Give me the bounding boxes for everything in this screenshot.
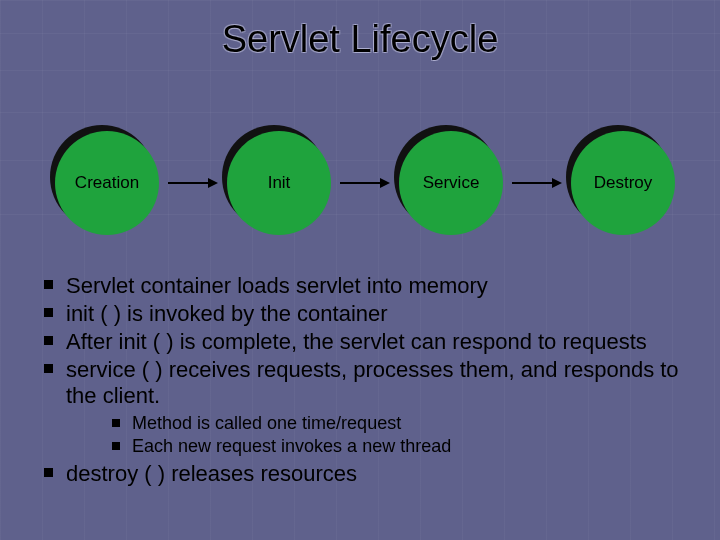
bullet-text: destroy ( ) releases resources [66,461,357,486]
bullet-item: After init ( ) is complete, the servlet … [40,329,680,355]
bullet-square-icon [44,468,53,477]
arrow-icon [512,182,562,184]
slide-title: Servlet Lifecycle [0,18,720,61]
bullet-text: Each new request invokes a new thread [132,436,451,456]
bullet-square-icon [112,442,120,450]
bullet-item: init ( ) is invoked by the container [40,301,680,327]
node-circle: Service [399,131,503,235]
bullet-item: Servlet container loads servlet into mem… [40,273,680,299]
bullet-square-icon [44,280,53,289]
stage-label: Init [268,173,291,193]
stage-node-destroy: Destroy [571,131,675,235]
bullet-square-icon [44,364,53,373]
stage-node-creation: Creation [55,131,159,235]
arrow-icon [340,182,390,184]
bullet-text: init ( ) is invoked by the container [66,301,388,326]
lifecycle-stages: Creation Init Service Dest [55,128,675,238]
sub-bullet-item: Each new request invokes a new thread [110,436,680,457]
bullet-list: Servlet container loads servlet into mem… [40,273,680,489]
stage-node-service: Service [399,131,503,235]
bullet-square-icon [44,336,53,345]
bullet-text: After init ( ) is complete, the servlet … [66,329,647,354]
bullet-item: destroy ( ) releases resources [40,461,680,487]
bullet-item: service ( ) receives requests, processes… [40,357,680,457]
node-circle: Creation [55,131,159,235]
bullet-text: Servlet container loads servlet into mem… [66,273,488,298]
node-circle: Destroy [571,131,675,235]
bullet-square-icon [112,419,120,427]
slide: Servlet Lifecycle Creation Init Service [0,0,720,540]
bullet-square-icon [44,308,53,317]
stage-label: Destroy [594,173,653,193]
stage-label: Service [423,173,480,193]
bullet-text: Method is called one time/request [132,413,401,433]
sub-bullet-item: Method is called one time/request [110,413,680,434]
bullet-text: service ( ) receives requests, processes… [66,357,679,408]
stage-node-init: Init [227,131,331,235]
stage-label: Creation [75,173,139,193]
arrow-icon [168,182,218,184]
node-circle: Init [227,131,331,235]
